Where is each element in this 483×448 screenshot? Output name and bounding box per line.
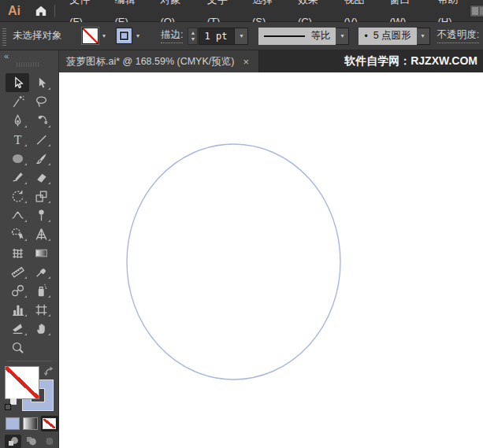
width-tool[interactable] [6, 205, 29, 224]
eraser-tool[interactable] [29, 168, 53, 187]
curvature-tool[interactable] [29, 111, 53, 130]
flyout-indicator [24, 333, 27, 335]
pen-tool[interactable] [6, 111, 29, 130]
direct-selection-arrow-icon [34, 76, 49, 91]
zoom-tool[interactable] [6, 338, 29, 357]
draw-normal-button[interactable] [5, 435, 21, 448]
gradient-tool[interactable] [29, 243, 53, 262]
color-button[interactable] [6, 417, 20, 430]
selection-arrow-icon [10, 76, 25, 91]
stroke-weight-dropdown[interactable]: ▾ [235, 28, 248, 45]
stroke-weight-stepper[interactable]: ▲ ▼ [188, 28, 198, 45]
selection-tool[interactable] [6, 73, 29, 92]
mesh-tool[interactable] [6, 243, 29, 262]
lasso-icon [34, 94, 49, 109]
fill-color-swatch[interactable] [82, 28, 98, 44]
flyout-indicator [48, 276, 50, 279]
flyout-indicator [24, 125, 27, 128]
flyout-indicator [24, 163, 27, 165]
home-icon [35, 5, 47, 17]
fill-proxy-swatch[interactable] [5, 366, 39, 399]
zoom-magnifier-icon [10, 340, 25, 355]
draw-inside-icon [43, 436, 56, 446]
brush-dot-icon: • [364, 31, 367, 42]
flyout-indicator [48, 87, 50, 90]
draw-inside-button[interactable] [41, 435, 58, 448]
stroke-weight-label[interactable]: 描边: [161, 28, 183, 43]
shaper-icon [10, 170, 25, 185]
blend-tool[interactable] [6, 281, 29, 300]
stroke-chevron-down-icon[interactable]: ▾ [132, 32, 143, 39]
flyout-indicator [24, 220, 27, 222]
collapse-panel-icon[interactable]: « [4, 51, 9, 61]
lasso-tool[interactable] [29, 92, 53, 111]
symbol-sprayer-tool[interactable] [29, 281, 53, 300]
flyout-indicator [24, 295, 27, 298]
artboard-tool[interactable] [29, 300, 53, 319]
width-profile-dropdown[interactable]: ▾ [336, 28, 349, 45]
hand-tool[interactable] [29, 319, 53, 338]
none-swatch-icon [43, 418, 56, 429]
artboard-canvas[interactable] [59, 72, 483, 448]
panel-drag-grip-icon[interactable] [17, 62, 40, 67]
rotate-tool[interactable] [6, 187, 29, 205]
column-graph-icon [10, 302, 25, 317]
direct-selection-tool[interactable] [29, 73, 53, 92]
illustrator-window: Ai 文件(F) 编辑(E) 对象(O) 文字(T) 选择(S) 效果(C) 视… [0, 0, 483, 448]
paintbrush-tool[interactable] [29, 149, 53, 168]
stepper-up-icon[interactable]: ▲ [191, 30, 196, 36]
selection-status: 未选择对象 [13, 29, 74, 43]
swap-fill-stroke-icon[interactable] [43, 366, 54, 377]
svg-text:T: T [13, 132, 21, 146]
fill-chevron-down-icon[interactable]: ▾ [98, 32, 110, 39]
eyedropper-tool[interactable] [29, 262, 53, 281]
draw-behind-button[interactable] [23, 435, 39, 448]
flyout-indicator [24, 276, 27, 279]
stroke-ring-icon [120, 31, 128, 40]
puppet-warp-tool[interactable] [29, 205, 53, 224]
canvas-svg[interactable] [59, 72, 483, 448]
document-tab[interactable]: 菠萝图标.ai* @ 168.59% (CMYK/预览) × [59, 50, 259, 72]
perspective-grid-icon [34, 227, 49, 242]
flyout-indicator [48, 220, 50, 222]
scale-tool[interactable] [29, 187, 53, 205]
flyout-indicator [24, 239, 27, 241]
magic-wand-tool[interactable] [6, 92, 29, 111]
opacity-label[interactable]: 不透明度: [437, 28, 479, 43]
brush-definition-widget[interactable]: • 5 点圆形 [359, 28, 416, 45]
column-graph-tool[interactable] [6, 300, 29, 319]
artboard-icon [34, 302, 49, 317]
perspective-grid-tool[interactable] [29, 224, 53, 243]
shape-builder-icon [10, 227, 25, 242]
line-segment-icon [34, 132, 49, 147]
home-button[interactable] [33, 3, 48, 19]
workspace-switcher-icon[interactable] [470, 5, 483, 17]
width-profile-widget[interactable]: 等比 [258, 28, 336, 45]
line-segment-tool[interactable] [29, 130, 53, 149]
shape-builder-tool[interactable] [6, 224, 29, 243]
slice-tool[interactable] [6, 319, 29, 338]
paintbrush-icon [34, 151, 49, 166]
none-button[interactable] [41, 416, 58, 431]
width-tool-icon [10, 208, 25, 223]
draw-behind-icon [25, 436, 38, 446]
flyout-indicator [48, 144, 50, 146]
flyout-indicator [48, 163, 50, 165]
measure-tool[interactable] [6, 262, 29, 281]
gradient-button[interactable] [23, 417, 37, 430]
stroke-weight-field[interactable]: 1 pt [199, 28, 235, 45]
tools-panel-header: « [0, 50, 58, 73]
panel-grip-icon[interactable] [2, 27, 6, 46]
drawn-ellipse[interactable] [127, 144, 340, 380]
stepper-down-icon[interactable]: ▼ [191, 36, 196, 43]
brush-definition-dropdown[interactable]: ▾ [417, 28, 430, 45]
tab-close-icon[interactable]: × [243, 56, 249, 68]
eyedropper-icon [34, 265, 49, 280]
mesh-icon [10, 246, 25, 261]
ellipse-tool[interactable] [6, 149, 29, 168]
flyout-indicator [48, 314, 50, 317]
default-fill-stroke-icon[interactable] [5, 398, 17, 410]
type-tool[interactable]: T [6, 130, 29, 149]
shaper-tool[interactable] [6, 168, 29, 187]
stroke-color-swatch[interactable] [116, 28, 132, 44]
